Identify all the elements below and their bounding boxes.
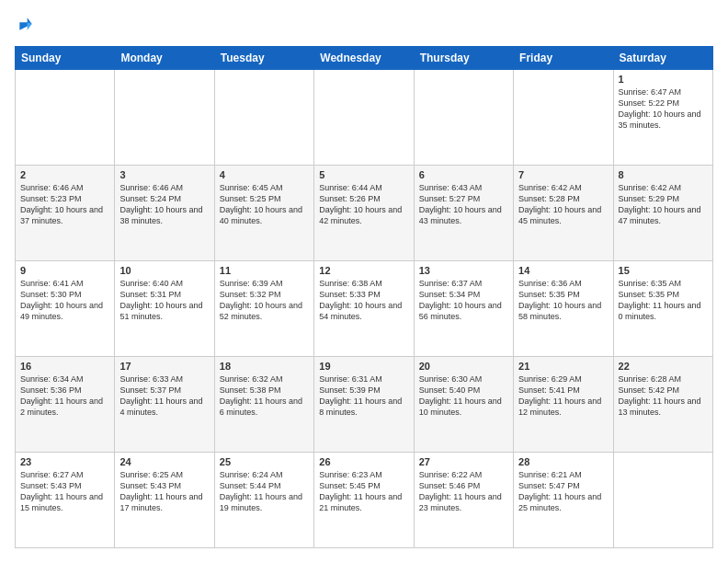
calendar-day-cell: 22Sunrise: 6:28 AM Sunset: 5:42 PM Dayli… bbox=[613, 357, 712, 453]
calendar-day-cell: 17Sunrise: 6:33 AM Sunset: 5:37 PM Dayli… bbox=[115, 357, 214, 453]
day-content: Sunrise: 6:47 AM Sunset: 5:22 PM Dayligh… bbox=[619, 86, 708, 132]
day-content: Sunrise: 6:30 AM Sunset: 5:40 PM Dayligh… bbox=[419, 373, 508, 419]
calendar-day-cell: 4Sunrise: 6:45 AM Sunset: 5:25 PM Daylig… bbox=[214, 166, 313, 261]
day-content: Sunrise: 6:36 AM Sunset: 5:35 PM Dayligh… bbox=[518, 278, 608, 323]
col-header-monday: Monday bbox=[115, 47, 214, 70]
day-number: 16 bbox=[20, 361, 109, 372]
col-header-wednesday: Wednesday bbox=[314, 47, 414, 70]
calendar-day-cell: 8Sunrise: 6:42 AM Sunset: 5:29 PM Daylig… bbox=[613, 166, 712, 261]
empty-cell bbox=[115, 70, 214, 166]
day-number: 28 bbox=[518, 456, 608, 467]
calendar-day-cell: 24Sunrise: 6:25 AM Sunset: 5:43 PM Dayli… bbox=[115, 453, 214, 548]
calendar-day-cell: 28Sunrise: 6:21 AM Sunset: 5:47 PM Dayli… bbox=[514, 453, 613, 548]
day-number: 14 bbox=[518, 265, 608, 276]
day-number: 10 bbox=[119, 265, 209, 276]
calendar-week-row: 16Sunrise: 6:34 AM Sunset: 5:36 PM Dayli… bbox=[16, 357, 713, 453]
day-content: Sunrise: 6:29 AM Sunset: 5:41 PM Dayligh… bbox=[518, 373, 608, 419]
day-content: Sunrise: 6:44 AM Sunset: 5:26 PM Dayligh… bbox=[319, 182, 408, 227]
calendar-day-cell: 2Sunrise: 6:46 AM Sunset: 5:23 PM Daylig… bbox=[16, 166, 115, 261]
calendar-day-cell: 10Sunrise: 6:40 AM Sunset: 5:31 PM Dayli… bbox=[115, 261, 214, 357]
day-number: 7 bbox=[518, 169, 608, 180]
day-number: 6 bbox=[419, 169, 508, 180]
day-content: Sunrise: 6:45 AM Sunset: 5:25 PM Dayligh… bbox=[220, 182, 309, 227]
day-content: Sunrise: 6:27 AM Sunset: 5:43 PM Dayligh… bbox=[20, 469, 109, 514]
day-content: Sunrise: 6:23 AM Sunset: 5:45 PM Dayligh… bbox=[319, 469, 408, 514]
day-content: Sunrise: 6:46 AM Sunset: 5:23 PM Dayligh… bbox=[20, 182, 109, 227]
day-content: Sunrise: 6:39 AM Sunset: 5:32 PM Dayligh… bbox=[220, 278, 309, 323]
calendar-day-cell: 7Sunrise: 6:42 AM Sunset: 5:28 PM Daylig… bbox=[514, 166, 613, 261]
day-content: Sunrise: 6:37 AM Sunset: 5:34 PM Dayligh… bbox=[419, 278, 508, 323]
day-number: 22 bbox=[619, 361, 708, 372]
day-number: 4 bbox=[220, 169, 309, 180]
empty-cell bbox=[214, 70, 313, 166]
day-content: Sunrise: 6:42 AM Sunset: 5:28 PM Dayligh… bbox=[518, 182, 608, 227]
day-content: Sunrise: 6:21 AM Sunset: 5:47 PM Dayligh… bbox=[518, 469, 608, 514]
day-content: Sunrise: 6:34 AM Sunset: 5:36 PM Dayligh… bbox=[20, 373, 109, 419]
day-number: 19 bbox=[319, 361, 408, 372]
calendar-day-cell: 9Sunrise: 6:41 AM Sunset: 5:30 PM Daylig… bbox=[16, 261, 115, 357]
day-number: 12 bbox=[319, 265, 408, 276]
day-number: 8 bbox=[619, 169, 708, 180]
calendar-day-cell: 26Sunrise: 6:23 AM Sunset: 5:45 PM Dayli… bbox=[314, 453, 414, 548]
calendar-week-row: 23Sunrise: 6:27 AM Sunset: 5:43 PM Dayli… bbox=[16, 453, 713, 548]
day-number: 24 bbox=[119, 456, 209, 467]
empty-cell bbox=[514, 70, 613, 166]
day-number: 9 bbox=[20, 265, 109, 276]
calendar-day-cell: 20Sunrise: 6:30 AM Sunset: 5:40 PM Dayli… bbox=[414, 357, 513, 453]
calendar-day-cell: 23Sunrise: 6:27 AM Sunset: 5:43 PM Dayli… bbox=[16, 453, 115, 548]
day-number: 3 bbox=[119, 169, 209, 180]
day-number: 25 bbox=[220, 456, 309, 467]
calendar-day-cell: 27Sunrise: 6:22 AM Sunset: 5:46 PM Dayli… bbox=[414, 453, 513, 548]
day-content: Sunrise: 6:22 AM Sunset: 5:46 PM Dayligh… bbox=[419, 469, 508, 514]
calendar-day-cell: 6Sunrise: 6:43 AM Sunset: 5:27 PM Daylig… bbox=[414, 166, 513, 261]
day-number: 15 bbox=[619, 265, 708, 276]
calendar-day-cell: 25Sunrise: 6:24 AM Sunset: 5:44 PM Dayli… bbox=[214, 453, 313, 548]
day-number: 27 bbox=[419, 456, 508, 467]
calendar-week-row: 1Sunrise: 6:47 AM Sunset: 5:22 PM Daylig… bbox=[16, 70, 713, 166]
calendar-day-cell: 14Sunrise: 6:36 AM Sunset: 5:35 PM Dayli… bbox=[514, 261, 613, 357]
day-number: 21 bbox=[518, 361, 608, 372]
day-number: 5 bbox=[319, 169, 408, 180]
col-header-sunday: Sunday bbox=[16, 47, 115, 70]
calendar-day-cell: 19Sunrise: 6:31 AM Sunset: 5:39 PM Dayli… bbox=[314, 357, 414, 453]
day-content: Sunrise: 6:41 AM Sunset: 5:30 PM Dayligh… bbox=[20, 278, 109, 323]
day-content: Sunrise: 6:32 AM Sunset: 5:38 PM Dayligh… bbox=[220, 373, 309, 419]
day-number: 17 bbox=[119, 361, 209, 372]
day-number: 18 bbox=[220, 361, 309, 372]
empty-cell bbox=[16, 70, 115, 166]
calendar-week-row: 2Sunrise: 6:46 AM Sunset: 5:23 PM Daylig… bbox=[16, 166, 713, 261]
calendar-day-cell: 1Sunrise: 6:47 AM Sunset: 5:22 PM Daylig… bbox=[613, 70, 712, 166]
day-number: 26 bbox=[319, 456, 408, 467]
day-content: Sunrise: 6:33 AM Sunset: 5:37 PM Dayligh… bbox=[119, 373, 209, 419]
day-number: 2 bbox=[20, 169, 109, 180]
calendar-table: SundayMondayTuesdayWednesdayThursdayFrid… bbox=[15, 46, 713, 548]
empty-cell bbox=[314, 70, 414, 166]
header bbox=[15, 15, 713, 37]
day-content: Sunrise: 6:43 AM Sunset: 5:27 PM Dayligh… bbox=[419, 182, 508, 227]
calendar-day-cell: 5Sunrise: 6:44 AM Sunset: 5:26 PM Daylig… bbox=[314, 166, 414, 261]
empty-cell bbox=[414, 70, 513, 166]
page: SundayMondayTuesdayWednesdayThursdayFrid… bbox=[0, 0, 728, 563]
day-content: Sunrise: 6:25 AM Sunset: 5:43 PM Dayligh… bbox=[119, 469, 209, 514]
calendar-week-row: 9Sunrise: 6:41 AM Sunset: 5:30 PM Daylig… bbox=[16, 261, 713, 357]
calendar-day-cell: 13Sunrise: 6:37 AM Sunset: 5:34 PM Dayli… bbox=[414, 261, 513, 357]
day-number: 13 bbox=[419, 265, 508, 276]
calendar-day-cell: 21Sunrise: 6:29 AM Sunset: 5:41 PM Dayli… bbox=[514, 357, 613, 453]
logo bbox=[15, 15, 35, 37]
day-content: Sunrise: 6:24 AM Sunset: 5:44 PM Dayligh… bbox=[220, 469, 309, 514]
col-header-thursday: Thursday bbox=[414, 47, 513, 70]
day-content: Sunrise: 6:46 AM Sunset: 5:24 PM Dayligh… bbox=[119, 182, 209, 227]
calendar-day-cell: 11Sunrise: 6:39 AM Sunset: 5:32 PM Dayli… bbox=[214, 261, 313, 357]
col-header-friday: Friday bbox=[514, 47, 613, 70]
empty-cell bbox=[613, 453, 712, 548]
calendar-day-cell: 18Sunrise: 6:32 AM Sunset: 5:38 PM Dayli… bbox=[214, 357, 313, 453]
calendar-day-cell: 16Sunrise: 6:34 AM Sunset: 5:36 PM Dayli… bbox=[16, 357, 115, 453]
day-content: Sunrise: 6:38 AM Sunset: 5:33 PM Dayligh… bbox=[319, 278, 408, 323]
logo-icon bbox=[17, 15, 35, 33]
day-content: Sunrise: 6:35 AM Sunset: 5:35 PM Dayligh… bbox=[619, 278, 708, 323]
day-content: Sunrise: 6:40 AM Sunset: 5:31 PM Dayligh… bbox=[119, 278, 209, 323]
day-number: 20 bbox=[419, 361, 508, 372]
day-number: 23 bbox=[20, 456, 109, 467]
calendar-day-cell: 12Sunrise: 6:38 AM Sunset: 5:33 PM Dayli… bbox=[314, 261, 414, 357]
day-number: 11 bbox=[220, 265, 309, 276]
